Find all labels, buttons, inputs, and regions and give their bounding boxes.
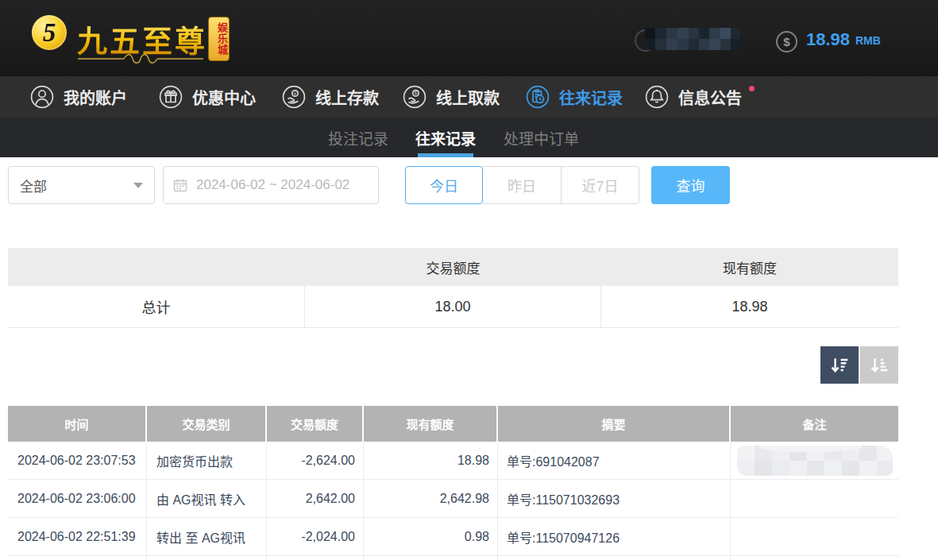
tab-betting-records[interactable]: 投注记录 [328, 118, 388, 157]
nav-item-label: 信息公告 [678, 86, 742, 109]
nav-item-label: 线上取款 [436, 86, 500, 109]
balance-amount: 18.98 [806, 29, 850, 50]
col-summary: 摘要 [498, 406, 731, 442]
notification-dot [749, 86, 755, 91]
tab-transaction-records[interactable]: 往来记录 [415, 118, 476, 157]
records-table: 时间 交易类别 交易额度 现有额度 摘要 备注 2024-06-02 23:07… [8, 406, 898, 560]
username-redacted [645, 28, 740, 50]
cell-summary: 单号:691042087 [498, 442, 731, 479]
category-select-value: 全部 [20, 176, 47, 195]
summary-col-empty [8, 248, 305, 286]
category-select[interactable]: 全部 [8, 166, 155, 204]
summary-total-row: 总计 18.00 18.98 [8, 286, 898, 328]
remark-redacted [737, 446, 893, 476]
chevron-down-icon [133, 183, 143, 188]
summary-col-current-balance: 现有额度 [601, 248, 898, 286]
tab-label: 往来记录 [415, 127, 476, 149]
cell-transaction-type: 加密货币出款 [147, 442, 267, 479]
svg-text:$: $ [415, 91, 418, 95]
nav-item-promotions[interactable]: 优惠中心 [159, 76, 256, 118]
cell-current-balance: 2,642.98 [364, 480, 498, 517]
cell-time: 2024-06-02 23:07:53 [8, 442, 147, 479]
brand-badge: 娱乐城 [208, 17, 230, 61]
nav-item-label: 我的账户 [64, 86, 127, 109]
balance-currency-label: RMB [855, 34, 881, 47]
quick-range-today-button[interactable]: 今日 [405, 166, 483, 204]
nav-item-withdraw[interactable]: $ 线上取款 [403, 76, 500, 118]
summary-table-header: 交易额度 现有额度 [8, 248, 898, 286]
bell-icon [645, 85, 669, 109]
cell-summary: 单号:115070947126 [498, 518, 731, 555]
col-transaction-amount: 交易额度 [267, 406, 364, 442]
tab-label: 投注记录 [328, 127, 388, 149]
top-header: 5 九五至尊 娱乐城 $ 18.98 RMB [0, 0, 938, 76]
sort-descending-icon [829, 355, 850, 376]
deposit-hand-icon: ¥ [282, 85, 306, 109]
date-range-value: 2024-06-02 ~ 2024-06-02 [196, 177, 349, 193]
sub-nav: 投注记录 往来记录 处理中订单 [0, 118, 938, 157]
sort-ascending-icon [869, 355, 890, 376]
calendar-icon [173, 178, 187, 192]
cell-current-balance: 18.98 [364, 442, 498, 479]
brand-logo-icon[interactable]: 5 [32, 15, 67, 50]
sort-ascending-button[interactable] [860, 346, 898, 384]
date-range-input[interactable]: 2024-06-02 ~ 2024-06-02 [163, 166, 379, 204]
summary-col-transaction-amount: 交易额度 [305, 248, 601, 286]
nav-item-label: 往来记录 [559, 86, 623, 109]
tab-processing-orders[interactable]: 处理中订单 [504, 118, 579, 157]
cell-remark [731, 518, 898, 555]
active-tab-underline [418, 153, 473, 157]
balance-currency-icon: $ [776, 31, 797, 52]
cell-transaction-type: 转出 至 AG视讯 [147, 518, 267, 555]
quick-range-last7days-button[interactable]: 近7日 [561, 166, 639, 204]
cell-time: 2024-06-02 22:51:39 [8, 518, 147, 555]
cell-time: 2024-06-02 23:06:00 [8, 480, 147, 517]
nav-item-transaction-records[interactable]: 往来记录 [526, 76, 623, 118]
table-row: 2024-06-02 23:07:53 加密货币出款 -2,624.00 18.… [8, 442, 898, 480]
cell-transaction-type: 由 AG视讯 转入 [147, 480, 267, 517]
nav-item-label: 线上存款 [315, 86, 379, 109]
cell-remark [731, 480, 898, 517]
svg-text:¥: ¥ [294, 91, 297, 96]
nav-item-deposit[interactable]: ¥ 线上存款 [282, 76, 379, 118]
nav-item-my-account[interactable]: 我的账户 [30, 76, 127, 118]
table-row-partial [8, 556, 898, 560]
summary-table: 交易额度 现有额度 总计 18.00 18.98 [8, 248, 898, 328]
tab-label: 处理中订单 [504, 127, 579, 149]
summary-total-current-balance: 18.98 [601, 286, 898, 327]
cell-summary: 单号:115071032693 [498, 480, 731, 517]
nav-item-announcements[interactable]: 信息公告 [645, 76, 742, 118]
brand-monogram: 5 [43, 20, 56, 46]
cell-remark [731, 442, 898, 479]
cell-transaction-amount: -2,624.00 [267, 442, 364, 479]
col-transaction-type: 交易类别 [147, 406, 267, 442]
summary-total-transaction-amount: 18.00 [305, 286, 601, 327]
page: 5 九五至尊 娱乐城 $ 18.98 RMB 我的账户 [0, 0, 938, 560]
cell-current-balance: 0.98 [364, 518, 498, 555]
nav-item-label: 优惠中心 [192, 86, 256, 109]
cell-transaction-amount: -2,024.00 [267, 518, 364, 555]
cell-transaction-amount: 2,642.00 [267, 480, 364, 517]
gift-icon [159, 85, 183, 109]
quick-range-yesterday-button[interactable]: 昨日 [483, 166, 562, 204]
sort-descending-button[interactable] [820, 346, 859, 384]
main-nav: 我的账户 优惠中心 ¥ 线上存款 $ [0, 76, 938, 118]
col-current-balance: 现有额度 [364, 406, 498, 442]
records-table-header: 时间 交易类别 交易额度 现有额度 摘要 备注 [8, 406, 898, 442]
summary-total-label: 总计 [8, 286, 305, 327]
records-clipboard-icon [526, 85, 550, 109]
table-row: 2024-06-02 23:06:00 由 AG视讯 转入 2,642.00 2… [8, 480, 898, 518]
brand-flourish-decoration [78, 53, 203, 64]
withdraw-hand-icon: $ [403, 85, 427, 109]
col-remark: 备注 [731, 406, 898, 442]
query-button[interactable]: 查询 [651, 166, 730, 204]
col-time: 时间 [8, 406, 147, 442]
user-circle-icon [30, 85, 54, 109]
table-row: 2024-06-02 22:51:39 转出 至 AG视讯 -2,024.00 … [8, 518, 898, 556]
